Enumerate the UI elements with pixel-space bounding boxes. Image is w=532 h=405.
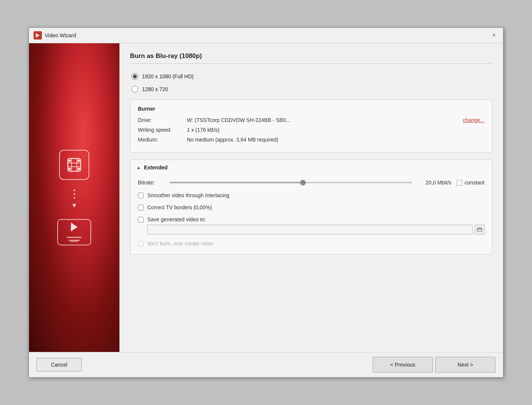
close-button[interactable]: × bbox=[489, 31, 498, 40]
dot-2 bbox=[73, 193, 75, 195]
bitrate-label: Bitrate: bbox=[138, 180, 164, 186]
resolution-group: 1920 x 1080 (Full HD) 1280 x 720 bbox=[131, 73, 492, 93]
footer: Cancel < Previous Next > bbox=[29, 352, 503, 377]
cancel-button[interactable]: Cancel bbox=[37, 358, 82, 372]
main-panel: Burn as Blu-ray (1080p) 1920 x 1080 (Ful… bbox=[119, 43, 503, 352]
interlacing-checkbox[interactable] bbox=[138, 193, 144, 198]
play-triangle-icon bbox=[71, 222, 78, 231]
burner-medium-value: No medium (approx. 3,64 MB required) bbox=[187, 137, 485, 143]
extended-header[interactable]: ▲ Extended bbox=[130, 160, 492, 175]
title-bar-left: Video Wizard bbox=[34, 31, 76, 40]
radio-input-1080p[interactable] bbox=[131, 73, 138, 80]
svg-point-9 bbox=[78, 168, 79, 170]
constant-checkbox[interactable] bbox=[457, 180, 462, 186]
change-drive-link[interactable]: change... bbox=[463, 117, 485, 123]
content-area: ▾ Burn as Blu-ray (1080p) 19 bbox=[29, 43, 503, 352]
save-video-row: Save generated video to: bbox=[138, 216, 485, 234]
sidebar-arrow-icon: ▾ bbox=[72, 201, 76, 210]
burner-drive-label: Drive: bbox=[138, 117, 187, 123]
collapse-arrow-icon: ▲ bbox=[136, 165, 141, 170]
svg-rect-10 bbox=[477, 228, 482, 231]
save-path-input[interactable] bbox=[147, 225, 472, 234]
dot-1 bbox=[73, 189, 75, 191]
title-bar: Video Wizard × bbox=[29, 28, 503, 43]
dont-burn-checkbox[interactable] bbox=[138, 241, 144, 247]
radio-label-1080p: 1920 x 1080 (Full HD) bbox=[142, 73, 194, 79]
constant-label: constant bbox=[465, 180, 485, 186]
save-video-label: Save generated video to: bbox=[147, 216, 206, 222]
sidebar-play-icon-box bbox=[57, 219, 91, 245]
section-title: Burn as Blu-ray (1080p) bbox=[130, 52, 492, 64]
bitrate-slider-fill bbox=[170, 182, 303, 183]
save-path-input-row bbox=[147, 225, 485, 234]
extended-body: Bitrate: 20,0 Mbit/s constant bbox=[130, 175, 492, 254]
footer-left: Cancel bbox=[37, 358, 82, 372]
dot-3 bbox=[73, 197, 75, 199]
dont-burn-row[interactable]: don't burn, only create video bbox=[138, 241, 485, 247]
extended-section: ▲ Extended Bitrate: 20,0 Mbit/s bbox=[130, 160, 492, 254]
save-video-checkbox[interactable] bbox=[138, 217, 144, 222]
video-wizard-window: Video Wizard × bbox=[29, 27, 503, 378]
sidebar-icons: ▾ bbox=[57, 150, 91, 245]
window-title: Video Wizard bbox=[45, 32, 76, 38]
radio-1080p[interactable]: 1920 x 1080 (Full HD) bbox=[131, 73, 492, 80]
svg-point-6 bbox=[69, 160, 70, 161]
svg-point-7 bbox=[78, 160, 79, 161]
svg-marker-0 bbox=[36, 33, 40, 38]
bitrate-slider-track bbox=[170, 182, 412, 183]
extended-title: Extended bbox=[144, 164, 168, 171]
tv-borders-checkbox[interactable] bbox=[138, 205, 144, 210]
bitrate-slider-container bbox=[170, 179, 412, 186]
sidebar: ▾ bbox=[29, 43, 119, 352]
browse-button[interactable] bbox=[475, 225, 485, 234]
footer-right: < Previous Next > bbox=[373, 357, 495, 373]
burner-drive-value: W: (TSSTcorp CDDVDW SH-224BB - SB0... bbox=[187, 117, 463, 123]
burner-medium-label: Medium: bbox=[138, 137, 187, 143]
bitrate-row: Bitrate: 20,0 Mbit/s constant bbox=[138, 179, 485, 186]
burner-speed-label: Writing speed: bbox=[138, 127, 187, 133]
tv-borders-label: Correct TV borders (0,00%) bbox=[147, 204, 212, 210]
bitrate-constant-row: constant bbox=[457, 180, 485, 186]
dont-burn-label: don't burn, only create video bbox=[147, 241, 213, 247]
tv-borders-row[interactable]: Correct TV borders (0,00%) bbox=[138, 204, 485, 210]
save-video-checkbox-row[interactable]: Save generated video to: bbox=[138, 216, 485, 222]
radio-input-720p[interactable] bbox=[131, 86, 138, 93]
burner-drive-row: Drive: W: (TSSTcorp CDDVDW SH-224BB - SB… bbox=[138, 117, 485, 123]
burner-title: Burner bbox=[138, 106, 485, 112]
sidebar-dots: ▾ bbox=[72, 189, 76, 210]
play-bar-2 bbox=[70, 241, 78, 242]
radio-720p[interactable]: 1280 x 720 bbox=[131, 86, 492, 93]
burner-section: Burner Drive: W: (TSSTcorp CDDVDW SH-224… bbox=[130, 99, 492, 153]
burner-medium-row: Medium: No medium (approx. 3,64 MB requi… bbox=[138, 137, 485, 143]
app-icon bbox=[34, 31, 42, 40]
bitrate-slider-thumb[interactable] bbox=[300, 180, 306, 185]
play-bar bbox=[67, 237, 82, 238]
next-button[interactable]: Next > bbox=[435, 357, 495, 373]
burner-speed-value: 1 x (176 kB/s) bbox=[187, 127, 485, 133]
bitrate-value: 20,0 Mbit/s bbox=[417, 180, 451, 186]
interlacing-row[interactable]: Smoother video through Interlacing bbox=[138, 192, 485, 198]
previous-button[interactable]: < Previous bbox=[373, 357, 433, 373]
burner-speed-row: Writing speed: 1 x (176 kB/s) bbox=[138, 127, 485, 133]
radio-label-720p: 1280 x 720 bbox=[142, 86, 168, 92]
svg-point-8 bbox=[69, 168, 70, 170]
sidebar-edit-icon bbox=[59, 150, 89, 180]
interlacing-label: Smoother video through Interlacing bbox=[147, 192, 229, 198]
